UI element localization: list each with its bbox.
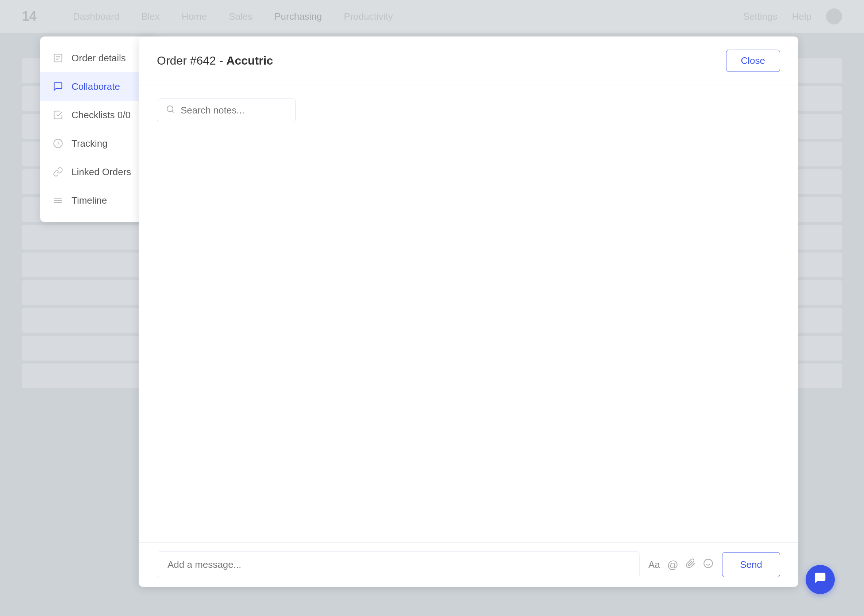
main-modal: Order #642 - Accutric Close Aa @ bbox=[139, 36, 798, 587]
timeline-label: Timeline bbox=[72, 195, 107, 206]
timeline-icon bbox=[52, 194, 64, 207]
emoji-icon[interactable] bbox=[703, 558, 713, 571]
svg-line-9 bbox=[172, 111, 174, 112]
search-input[interactable] bbox=[181, 105, 286, 116]
chat-fab-icon bbox=[813, 571, 827, 588]
at-icon[interactable]: @ bbox=[667, 559, 678, 571]
linked-orders-icon bbox=[52, 166, 64, 178]
order-details-label: Order details bbox=[72, 53, 126, 64]
search-bar bbox=[157, 99, 295, 122]
attachment-icon[interactable] bbox=[686, 558, 696, 571]
order-details-icon bbox=[52, 52, 64, 64]
modal-title-prefix: Order #642 - bbox=[157, 54, 223, 67]
svg-point-8 bbox=[167, 106, 173, 112]
chat-fab[interactable] bbox=[806, 565, 835, 594]
linked-orders-label: Linked Orders bbox=[72, 167, 131, 178]
tracking-label: Tracking bbox=[72, 138, 108, 149]
search-icon bbox=[166, 105, 175, 116]
checklists-icon bbox=[52, 109, 64, 121]
modal-title: Order #642 - Accutric bbox=[157, 54, 273, 68]
modal-body bbox=[139, 85, 798, 542]
message-input[interactable] bbox=[157, 552, 639, 578]
close-button[interactable]: Close bbox=[726, 50, 780, 72]
message-area bbox=[157, 122, 780, 529]
collaborate-icon bbox=[52, 80, 64, 93]
modal-header: Order #642 - Accutric Close bbox=[139, 36, 798, 85]
collaborate-label: Collaborate bbox=[72, 81, 120, 92]
modal-footer: Aa @ Send bbox=[139, 542, 798, 587]
font-size-label: Aa bbox=[648, 559, 660, 570]
send-button[interactable]: Send bbox=[722, 552, 780, 577]
modal-title-company: Accutric bbox=[226, 54, 273, 67]
checklists-label: Checklists 0/0 bbox=[72, 110, 130, 121]
footer-actions: Aa @ bbox=[648, 558, 713, 571]
tracking-icon bbox=[52, 137, 64, 149]
svg-point-10 bbox=[704, 559, 713, 567]
